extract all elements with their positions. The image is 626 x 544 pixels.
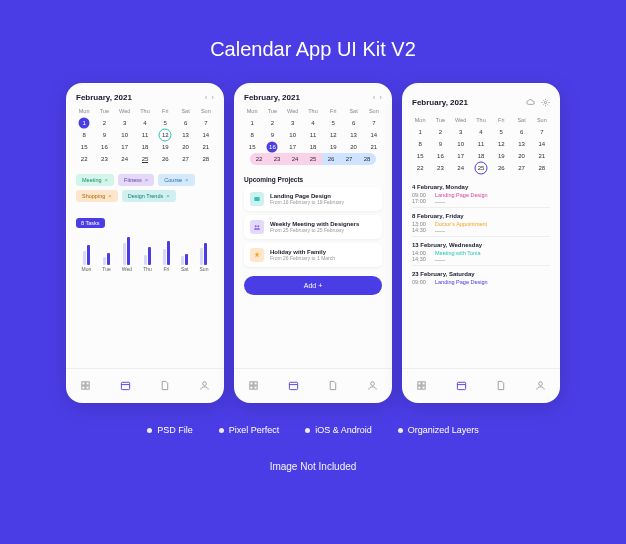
date-cell[interactable]: 8 — [74, 129, 94, 141]
cloud-icon[interactable] — [526, 93, 535, 111]
tag-fitness[interactable]: Fitness× — [118, 174, 154, 186]
tag-design-trends[interactable]: Design Trends× — [122, 190, 176, 202]
date-cell[interactable]: 10 — [115, 129, 135, 141]
date-cell[interactable]: 6 — [343, 117, 363, 129]
project-card[interactable]: Holiday with FamilyFrom 26 February to 1… — [244, 243, 382, 267]
date-cell[interactable]: 3 — [115, 117, 135, 129]
nav-calendar-icon[interactable] — [456, 377, 467, 395]
nav-profile-icon[interactable] — [199, 377, 210, 395]
nav-doc-icon[interactable] — [327, 377, 338, 395]
date-cell[interactable]: 13 — [175, 129, 195, 141]
date-cell[interactable]: 9 — [430, 138, 450, 150]
date-cell[interactable]: 26 — [155, 153, 175, 165]
date-cell[interactable]: 12 — [155, 129, 175, 141]
tag-remove-icon[interactable]: × — [108, 193, 112, 199]
date-cell[interactable]: 22 — [410, 162, 430, 174]
date-cell[interactable]: 22 — [74, 153, 94, 165]
date-range-cell[interactable]: 22 — [250, 153, 268, 165]
date-cell[interactable]: 13 — [511, 138, 531, 150]
event-line[interactable]: 14:30 — [412, 256, 550, 262]
date-cell[interactable]: 19 — [323, 141, 343, 153]
date-cell[interactable]: 9 — [94, 129, 114, 141]
date-cell[interactable]: 11 — [303, 129, 323, 141]
date-cell[interactable]: 4 — [303, 117, 323, 129]
date-cell[interactable]: 1 — [242, 117, 262, 129]
date-cell[interactable]: 17 — [115, 141, 135, 153]
date-cell[interactable]: 6 — [511, 126, 531, 138]
date-range-cell[interactable]: 27 — [340, 153, 358, 165]
date-cell[interactable]: 1 — [410, 126, 430, 138]
date-cell[interactable]: 8 — [410, 138, 430, 150]
date-cell[interactable]: 2 — [94, 117, 114, 129]
date-cell[interactable]: 7 — [532, 126, 552, 138]
date-cell[interactable]: 9 — [262, 129, 282, 141]
event-line[interactable]: 09:00Landing Page Design — [412, 279, 550, 285]
date-cell[interactable]: 28 — [196, 153, 216, 165]
tag-remove-icon[interactable]: × — [105, 177, 109, 183]
nav-home-icon[interactable] — [248, 377, 259, 395]
date-cell[interactable]: 10 — [283, 129, 303, 141]
date-cell[interactable]: 21 — [364, 141, 384, 153]
date-range-cell[interactable]: 25 — [304, 153, 322, 165]
date-cell[interactable]: 1 — [74, 117, 94, 129]
date-cell[interactable]: 15 — [410, 150, 430, 162]
nav-doc-icon[interactable] — [495, 377, 506, 395]
date-cell[interactable]: 25 — [471, 162, 491, 174]
date-range-cell[interactable]: 23 — [268, 153, 286, 165]
date-cell[interactable]: 16 — [94, 141, 114, 153]
date-cell[interactable]: 11 — [471, 138, 491, 150]
date-cell[interactable]: 14 — [196, 129, 216, 141]
date-cell[interactable]: 6 — [175, 117, 195, 129]
date-cell[interactable]: 14 — [364, 129, 384, 141]
nav-home-icon[interactable] — [416, 377, 427, 395]
nav-doc-icon[interactable] — [159, 377, 170, 395]
next-month-icon[interactable]: › — [211, 93, 214, 102]
date-cell[interactable]: 18 — [135, 141, 155, 153]
date-range-cell[interactable]: 28 — [358, 153, 376, 165]
date-cell[interactable]: 16 — [430, 150, 450, 162]
gear-icon[interactable] — [541, 93, 550, 111]
date-cell[interactable]: 5 — [491, 126, 511, 138]
date-cell[interactable]: 27 — [511, 162, 531, 174]
date-cell[interactable]: 15 — [74, 141, 94, 153]
tag-course[interactable]: Course× — [158, 174, 194, 186]
prev-month-icon[interactable]: ‹ — [373, 93, 376, 102]
tag-shopping[interactable]: Shopping× — [76, 190, 118, 202]
date-cell[interactable]: 27 — [175, 153, 195, 165]
date-cell[interactable]: 12 — [491, 138, 511, 150]
prev-month-icon[interactable]: ‹ — [205, 93, 208, 102]
tag-remove-icon[interactable]: × — [185, 177, 189, 183]
tag-meeting[interactable]: Meeting× — [76, 174, 114, 186]
date-cell[interactable]: 2 — [262, 117, 282, 129]
date-cell[interactable]: 21 — [532, 150, 552, 162]
event-line[interactable]: 17:00 — [412, 198, 550, 204]
nav-profile-icon[interactable] — [535, 377, 546, 395]
date-cell[interactable]: 17 — [283, 141, 303, 153]
next-month-icon[interactable]: › — [379, 93, 382, 102]
nav-calendar-icon[interactable] — [120, 377, 131, 395]
date-cell[interactable]: 24 — [451, 162, 471, 174]
date-cell[interactable]: 18 — [471, 150, 491, 162]
date-cell[interactable]: 17 — [451, 150, 471, 162]
date-cell[interactable]: 3 — [451, 126, 471, 138]
date-cell[interactable]: 8 — [242, 129, 262, 141]
date-cell[interactable]: 4 — [135, 117, 155, 129]
date-range-cell[interactable]: 24 — [286, 153, 304, 165]
date-cell[interactable]: 19 — [155, 141, 175, 153]
date-cell[interactable]: 15 — [242, 141, 262, 153]
date-cell[interactable]: 7 — [364, 117, 384, 129]
date-cell[interactable]: 11 — [135, 129, 155, 141]
date-cell[interactable]: 20 — [175, 141, 195, 153]
project-card[interactable]: Landing Page DesignFrom 16 February to 1… — [244, 187, 382, 211]
date-cell[interactable]: 16 — [262, 141, 282, 153]
nav-home-icon[interactable] — [80, 377, 91, 395]
date-cell[interactable]: 10 — [451, 138, 471, 150]
tag-remove-icon[interactable]: × — [145, 177, 149, 183]
date-cell[interactable]: 21 — [196, 141, 216, 153]
date-cell[interactable]: 23 — [94, 153, 114, 165]
date-cell[interactable]: 7 — [196, 117, 216, 129]
nav-calendar-icon[interactable] — [288, 377, 299, 395]
date-cell[interactable]: 14 — [532, 138, 552, 150]
date-cell[interactable]: 28 — [532, 162, 552, 174]
event-line[interactable]: 14:30 — [412, 227, 550, 233]
